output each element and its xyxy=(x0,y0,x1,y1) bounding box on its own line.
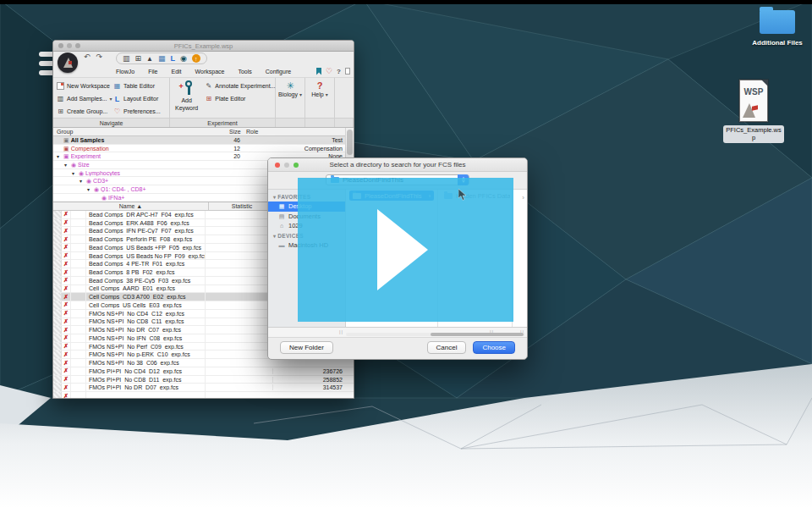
sample-statistic xyxy=(205,244,272,251)
zoom-icon[interactable] xyxy=(294,163,299,168)
heart-icon[interactable]: ♡ xyxy=(326,67,332,75)
table-editor-button[interactable]: Table Editor xyxy=(112,80,168,92)
group-name: All Samples xyxy=(71,137,105,143)
group-row[interactable]: Compensation 12 Compensation xyxy=(53,145,354,153)
group-table-header[interactable]: Group Size Role xyxy=(53,128,354,136)
add-samples-icon[interactable] xyxy=(123,55,130,63)
preferences-button[interactable]: Preferences... xyxy=(112,105,168,118)
sample-row[interactable] xyxy=(53,392,354,399)
excluded-hatch xyxy=(53,376,62,384)
sample-row[interactable]: FMOs PI+PI_No CD8_D11_exp.fcs 258852 xyxy=(53,376,354,384)
dialog-titlebar[interactable]: Select a directory to search for your FC… xyxy=(268,158,527,172)
menu-item[interactable]: Edit xyxy=(171,69,181,75)
sample-statistic xyxy=(205,392,272,399)
sample-row[interactable]: FMOs PI+PI_No DR_D07_exp.fcs 314537 xyxy=(53,384,354,392)
exclude-x-icon[interactable] xyxy=(62,393,70,399)
menu-item[interactable]: Tools xyxy=(238,69,251,75)
menu-item[interactable]: File xyxy=(148,69,157,75)
add-samples-button[interactable]: Add Samples...▾ xyxy=(55,92,112,105)
group-name: IFNa+ xyxy=(108,195,124,201)
exclude-x-icon[interactable] xyxy=(62,301,70,308)
sample-statistic xyxy=(205,260,272,268)
minimize-icon[interactable] xyxy=(284,163,289,168)
sample-name: FMOs PI+PI_No CD4_D12_exp.fcs xyxy=(86,368,205,374)
disclosure-triangle-icon[interactable] xyxy=(87,186,92,192)
document-icon[interactable] xyxy=(345,68,350,75)
exclude-x-icon[interactable] xyxy=(62,261,70,268)
sample-name: FMOs NS+PI_No DR_C07_exp.fcs xyxy=(86,327,205,333)
sidebar-item-icon xyxy=(278,223,285,229)
exclude-x-icon[interactable] xyxy=(62,384,70,391)
close-icon[interactable] xyxy=(58,43,63,48)
exclude-x-icon[interactable] xyxy=(62,310,70,317)
help-icon[interactable]: ? xyxy=(337,68,341,75)
exclude-x-icon[interactable] xyxy=(62,252,70,259)
new-folder-button[interactable]: New Folder xyxy=(280,341,333,354)
exclude-x-icon[interactable] xyxy=(62,318,70,325)
bookmark-icon[interactable] xyxy=(316,68,321,75)
undo-icon[interactable] xyxy=(84,53,91,61)
exclude-x-icon[interactable] xyxy=(62,236,70,243)
excluded-hatch xyxy=(53,235,62,243)
exclude-x-icon[interactable] xyxy=(62,285,70,292)
publish-icon[interactable] xyxy=(192,54,200,63)
web-icon[interactable] xyxy=(180,55,187,63)
layout-editor-button[interactable]: Layout Editor xyxy=(112,92,168,105)
group-row[interactable]: All Samples 46 Test xyxy=(53,136,354,145)
excluded-hatch xyxy=(53,343,62,351)
disclosure-triangle-icon[interactable] xyxy=(64,162,69,168)
add-keyword-button[interactable]: + Add Keyword xyxy=(175,80,198,118)
gate-icon[interactable] xyxy=(146,55,153,63)
sample-row[interactable]: FMOs PI+PI_No CD4_D12_exp.fcs 236726 xyxy=(53,367,354,376)
menu-item[interactable]: Configure xyxy=(266,69,291,75)
experiment-group-label: Experiment xyxy=(170,119,276,127)
exclude-x-icon[interactable] xyxy=(62,294,70,301)
plate-editor-icon xyxy=(205,95,212,102)
close-icon[interactable] xyxy=(275,163,280,168)
sample-row[interactable]: FMOs NS+PI_No 38_C06_exp.fcs xyxy=(53,359,354,367)
help-button[interactable]: ? Help ▾ xyxy=(305,78,335,118)
group-node-icon xyxy=(63,146,69,152)
excluded-hatch xyxy=(53,318,62,326)
disclosure-triangle-icon[interactable] xyxy=(72,170,77,176)
new-workspace-button[interactable]: New Workspace xyxy=(55,80,112,92)
group-node-icon xyxy=(71,162,76,168)
video-play-overlay[interactable] xyxy=(298,178,513,322)
flowjo-logo-icon[interactable] xyxy=(58,52,78,73)
play-icon[interactable] xyxy=(377,209,428,290)
plate-editor-button[interactable]: Plate Editor xyxy=(203,92,275,105)
minimize-icon[interactable] xyxy=(67,43,72,48)
menu-item[interactable]: Workspace xyxy=(195,69,225,75)
redo-icon[interactable] xyxy=(96,53,103,61)
group-node-icon xyxy=(94,186,99,192)
zoom-icon[interactable] xyxy=(75,43,80,48)
table-icon[interactable] xyxy=(158,55,166,63)
exclude-x-icon[interactable] xyxy=(62,360,70,367)
exclude-x-icon[interactable] xyxy=(62,376,70,383)
desktop-icon-wsp-file[interactable]: WSP PFICs_Example.wsp xyxy=(722,80,785,143)
exclude-x-icon[interactable] xyxy=(62,367,70,374)
create-group-icon[interactable] xyxy=(135,55,142,63)
exclude-x-icon[interactable] xyxy=(62,334,70,341)
create-group-button[interactable]: Create Group... xyxy=(55,105,112,118)
exclude-x-icon[interactable] xyxy=(62,228,70,235)
disclosure-triangle-icon[interactable] xyxy=(80,178,85,184)
exclude-x-icon[interactable] xyxy=(62,211,70,218)
desktop-icon-additional-files[interactable]: Additional Files xyxy=(748,10,807,47)
exclude-x-icon[interactable] xyxy=(62,219,70,226)
menu-item[interactable]: FlowJo xyxy=(116,69,134,75)
disclosure-triangle-icon[interactable] xyxy=(57,153,62,159)
exclude-x-icon[interactable] xyxy=(62,244,70,251)
exclude-x-icon[interactable] xyxy=(62,327,70,334)
exclude-x-icon[interactable] xyxy=(62,277,70,284)
excluded-hatch xyxy=(53,392,62,399)
exclude-x-icon[interactable] xyxy=(62,351,70,358)
layout-icon[interactable] xyxy=(171,55,176,63)
annotate-experiment-button[interactable]: Annotate Experiment... xyxy=(203,80,275,92)
window-titlebar[interactable]: PFICs_Example.wsp xyxy=(53,41,354,52)
cancel-button[interactable]: Cancel xyxy=(427,341,467,354)
exclude-x-icon[interactable] xyxy=(62,343,70,350)
biology-button[interactable]: ✳ Biology ▾ xyxy=(276,78,305,118)
exclude-x-icon[interactable] xyxy=(62,269,70,276)
choose-button[interactable]: Choose xyxy=(473,341,515,354)
